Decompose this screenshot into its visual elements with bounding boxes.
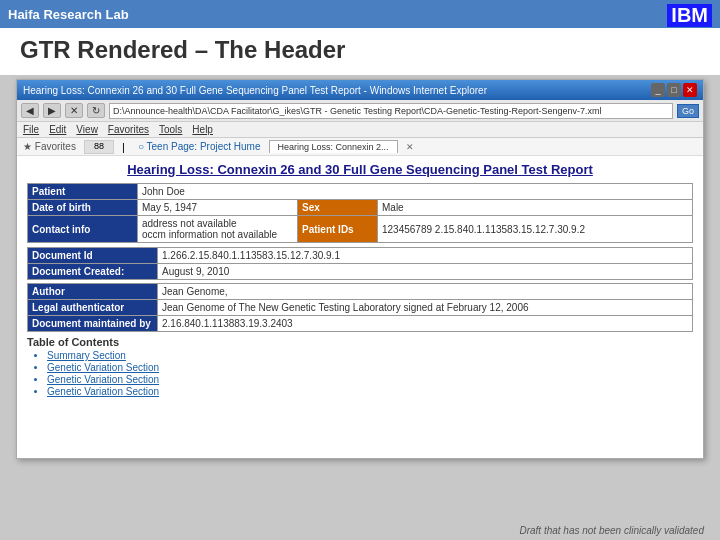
patient-ids-value: 123456789 2.15.840.1.113583.15.12.7.30.9…: [378, 216, 693, 243]
author-value: Jean Genome,: [158, 284, 693, 300]
menu-favorites[interactable]: Favorites: [108, 124, 149, 135]
maintained-label: Document maintained by: [28, 316, 158, 332]
dob-value: May 5, 1947: [138, 200, 298, 216]
document-info-table: Document Id 1.266.2.15.840.1.113583.15.1…: [27, 247, 693, 280]
toc-item-4[interactable]: Genetic Variation Section: [47, 386, 693, 397]
back-button[interactable]: ◀: [21, 103, 39, 118]
toc-item-3[interactable]: Genetic Variation Section: [47, 374, 693, 385]
patient-label: Patient: [28, 184, 138, 200]
top-section: AT GCA TCC GGA TCC ATG GCT ACG GCA TCC G…: [0, 0, 720, 75]
doc-created-row: Document Created: August 9, 2010: [28, 264, 693, 280]
doc-id-row: Document Id 1.266.2.15.840.1.113583.15.1…: [28, 248, 693, 264]
doc-created-label: Document Created:: [28, 264, 158, 280]
sex-value: Male: [378, 200, 693, 216]
maintained-row: Document maintained by 2.16.840.1.113883…: [28, 316, 693, 332]
menu-file[interactable]: File: [23, 124, 39, 135]
top-bar: Haifa Research Lab IBM: [0, 0, 720, 28]
menu-help[interactable]: Help: [192, 124, 213, 135]
toc-title: Table of Contents: [27, 336, 693, 348]
patient-row: Patient John Doe: [28, 184, 693, 200]
footer-area: Draft that has not been clinically valid…: [519, 525, 704, 536]
tab-close[interactable]: ✕: [406, 142, 414, 152]
menu-edit[interactable]: Edit: [49, 124, 66, 135]
patient-value: John Doe: [138, 184, 693, 200]
draft-text: Draft that has not been clinically valid…: [519, 525, 704, 536]
browser-tab[interactable]: Hearing Loss: Connexin 2...: [269, 140, 398, 153]
legal-label: Legal authenticator: [28, 300, 158, 316]
dob-sex-row: Date of birth May 5, 1947 Sex Male: [28, 200, 693, 216]
menu-bar: File Edit View Favorites Tools Help: [17, 122, 703, 138]
contact-row: Contact info address not available occm …: [28, 216, 693, 243]
doc-created-value: August 9, 2010: [158, 264, 693, 280]
author-row: Author Jean Genome,: [28, 284, 693, 300]
toc-section: Table of Contents Summary Section Geneti…: [27, 336, 693, 397]
menu-tools[interactable]: Tools: [159, 124, 182, 135]
browser-controls: _ □ ✕: [651, 83, 697, 97]
forward-button[interactable]: ▶: [43, 103, 61, 118]
menu-view[interactable]: View: [76, 124, 98, 135]
legal-row: Legal authenticator Jean Genome of The N…: [28, 300, 693, 316]
sex-label: Sex: [298, 200, 378, 216]
favorites-label: ★ Favorites: [23, 141, 76, 152]
go-button[interactable]: Go: [677, 104, 699, 118]
browser-titlebar: Hearing Loss: Connexin 26 and 30 Full Ge…: [17, 80, 703, 100]
patient-ids-label: Patient IDs: [298, 216, 378, 243]
main-content: Hearing Loss: Connexin 26 and 30 Full Ge…: [0, 75, 720, 540]
slide-title: GTR Rendered – The Header: [0, 28, 720, 68]
patient-info-table: Patient John Doe Date of birth May 5, 19…: [27, 183, 693, 243]
maintained-value: 2.16.840.1.113883.19.3.2403: [158, 316, 693, 332]
address-bar[interactable]: [109, 103, 673, 119]
lab-title: Haifa Research Lab: [8, 7, 129, 22]
browser-window: Hearing Loss: Connexin 26 and 30 Full Ge…: [16, 79, 704, 459]
contact-line1: address not available: [142, 218, 293, 229]
doc-id-value: 1.266.2.15.840.1.113583.15.12.7.30.9.1: [158, 248, 693, 264]
doc-id-label: Document Id: [28, 248, 158, 264]
teen-page-link[interactable]: ○ Teen Page: Project Hume: [138, 141, 261, 152]
report-title: Hearing Loss: Connexin 26 and 30 Full Ge…: [27, 162, 693, 177]
separator: |: [122, 141, 130, 153]
refresh-button[interactable]: ↻: [87, 103, 105, 118]
toc-item-2[interactable]: Genetic Variation Section: [47, 362, 693, 373]
browser-toolbar: ◀ ▶ ✕ ↻ Go: [17, 100, 703, 122]
stop-button[interactable]: ✕: [65, 103, 83, 118]
maximize-button[interactable]: □: [667, 83, 681, 97]
author-label: Author: [28, 284, 158, 300]
dob-label: Date of birth: [28, 200, 138, 216]
author-table: Author Jean Genome, Legal authenticator …: [27, 283, 693, 332]
close-button[interactable]: ✕: [683, 83, 697, 97]
contact-label: Contact info: [28, 216, 138, 243]
favorites-bar: ★ Favorites 88 | ○ Teen Page: Project Hu…: [17, 138, 703, 156]
legal-value: Jean Genome of The New Genetic Testing L…: [158, 300, 693, 316]
contact-value: address not available occm information n…: [138, 216, 298, 243]
slide-wrapper: AT GCA TCC GGA TCC ATG GCT ACG GCA TCC G…: [0, 0, 720, 540]
toc-item-1[interactable]: Summary Section: [47, 350, 693, 361]
browser-title-text: Hearing Loss: Connexin 26 and 30 Full Ge…: [23, 85, 487, 96]
contact-line2: occm information not available: [142, 229, 293, 240]
browser-content: Hearing Loss: Connexin 26 and 30 Full Ge…: [17, 156, 703, 458]
favorites-button[interactable]: 88: [84, 140, 114, 154]
minimize-button[interactable]: _: [651, 83, 665, 97]
toc-list: Summary Section Genetic Variation Sectio…: [27, 350, 693, 397]
ibm-logo: IBM: [667, 4, 712, 27]
